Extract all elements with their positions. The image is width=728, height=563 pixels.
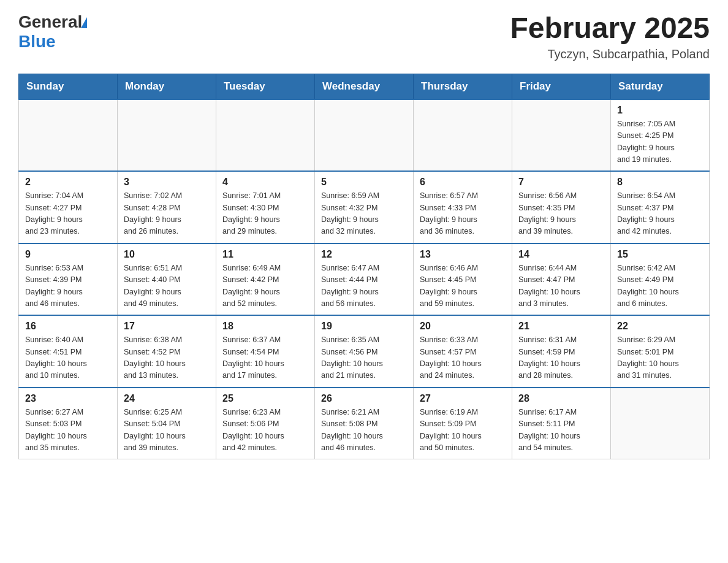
day-info: Sunrise: 7:05 AMSunset: 4:25 PMDaylight:… <box>617 120 675 164</box>
day-info: Sunrise: 6:17 AMSunset: 5:11 PMDaylight:… <box>518 408 580 452</box>
weekday-header-thursday: Thursday <box>414 74 512 99</box>
day-number: 24 <box>124 393 210 404</box>
day-info: Sunrise: 6:47 AMSunset: 4:44 PMDaylight:… <box>321 264 379 308</box>
day-number: 10 <box>124 249 210 260</box>
calendar-title: February 2025 <box>510 12 710 45</box>
calendar-cell <box>216 99 315 172</box>
day-number: 12 <box>321 249 407 260</box>
calendar-cell: 27Sunrise: 6:19 AMSunset: 5:09 PMDayligh… <box>414 388 512 459</box>
weekday-header-wednesday: Wednesday <box>315 74 414 99</box>
calendar-cell: 2Sunrise: 7:04 AMSunset: 4:27 PMDaylight… <box>19 171 118 243</box>
day-info: Sunrise: 7:01 AMSunset: 4:30 PMDaylight:… <box>222 191 281 236</box>
calendar-cell: 23Sunrise: 6:27 AMSunset: 5:03 PMDayligh… <box>19 388 118 459</box>
calendar-cell: 10Sunrise: 6:51 AMSunset: 4:40 PMDayligh… <box>118 243 216 316</box>
calendar-cell: 24Sunrise: 6:25 AMSunset: 5:04 PMDayligh… <box>118 388 216 459</box>
calendar-cell: 4Sunrise: 7:01 AMSunset: 4:30 PMDaylight… <box>216 171 315 243</box>
title-area: February 2025 Tyczyn, Subcarpathia, Pola… <box>510 12 710 61</box>
weekday-header-friday: Friday <box>512 74 611 99</box>
day-info: Sunrise: 6:21 AMSunset: 5:08 PMDaylight:… <box>321 408 383 452</box>
page-header: General Blue February 2025 Tyczyn, Subca… <box>18 12 710 61</box>
day-number: 17 <box>124 321 210 332</box>
calendar-cell: 16Sunrise: 6:40 AMSunset: 4:51 PMDayligh… <box>19 315 118 388</box>
calendar-cell: 15Sunrise: 6:42 AMSunset: 4:49 PMDayligh… <box>611 243 710 316</box>
day-number: 25 <box>222 393 308 404</box>
weekday-header-monday: Monday <box>118 74 216 99</box>
day-number: 2 <box>25 177 111 188</box>
day-info: Sunrise: 6:38 AMSunset: 4:52 PMDaylight:… <box>124 335 186 380</box>
day-number: 20 <box>420 321 506 332</box>
day-info: Sunrise: 6:57 AMSunset: 4:33 PMDaylight:… <box>420 191 478 236</box>
day-info: Sunrise: 6:27 AMSunset: 5:03 PMDaylight:… <box>25 408 87 452</box>
calendar-cell: 20Sunrise: 6:33 AMSunset: 4:57 PMDayligh… <box>414 315 512 388</box>
day-number: 18 <box>222 321 308 332</box>
day-number: 21 <box>518 321 604 332</box>
day-number: 1 <box>617 105 703 116</box>
calendar-cell: 19Sunrise: 6:35 AMSunset: 4:56 PMDayligh… <box>315 315 414 388</box>
day-info: Sunrise: 6:44 AMSunset: 4:47 PMDaylight:… <box>518 264 580 308</box>
day-info: Sunrise: 6:23 AMSunset: 5:06 PMDaylight:… <box>222 408 284 452</box>
calendar-cell <box>315 99 414 172</box>
calendar-cell: 7Sunrise: 6:56 AMSunset: 4:35 PMDaylight… <box>512 171 611 243</box>
day-info: Sunrise: 6:53 AMSunset: 4:39 PMDaylight:… <box>25 264 83 308</box>
day-number: 28 <box>518 393 604 404</box>
day-number: 15 <box>617 249 703 260</box>
day-number: 5 <box>321 177 407 188</box>
day-info: Sunrise: 6:25 AMSunset: 5:04 PMDaylight:… <box>124 408 186 452</box>
calendar-cell: 14Sunrise: 6:44 AMSunset: 4:47 PMDayligh… <box>512 243 611 316</box>
calendar-cell <box>19 99 118 172</box>
day-info: Sunrise: 6:56 AMSunset: 4:35 PMDaylight:… <box>518 191 577 236</box>
weekday-header-row: SundayMondayTuesdayWednesdayThursdayFrid… <box>19 74 710 99</box>
day-info: Sunrise: 6:54 AMSunset: 4:37 PMDaylight:… <box>617 191 675 236</box>
calendar-cell: 9Sunrise: 6:53 AMSunset: 4:39 PMDaylight… <box>19 243 118 316</box>
calendar-cell: 5Sunrise: 6:59 AMSunset: 4:32 PMDaylight… <box>315 171 414 243</box>
day-number: 7 <box>518 177 604 188</box>
calendar-cell <box>118 99 216 172</box>
calendar-cell: 12Sunrise: 6:47 AMSunset: 4:44 PMDayligh… <box>315 243 414 316</box>
calendar-cell: 21Sunrise: 6:31 AMSunset: 4:59 PMDayligh… <box>512 315 611 388</box>
logo-general-text: General <box>18 12 82 32</box>
day-info: Sunrise: 6:59 AMSunset: 4:32 PMDaylight:… <box>321 191 379 236</box>
day-number: 13 <box>420 249 506 260</box>
day-number: 14 <box>518 249 604 260</box>
day-info: Sunrise: 6:40 AMSunset: 4:51 PMDaylight:… <box>25 335 87 380</box>
day-info: Sunrise: 6:31 AMSunset: 4:59 PMDaylight:… <box>518 335 580 380</box>
day-number: 19 <box>321 321 407 332</box>
day-number: 6 <box>420 177 506 188</box>
calendar-cell: 8Sunrise: 6:54 AMSunset: 4:37 PMDaylight… <box>611 171 710 243</box>
calendar-week-row: 23Sunrise: 6:27 AMSunset: 5:03 PMDayligh… <box>19 388 710 459</box>
day-number: 8 <box>617 177 703 188</box>
day-number: 9 <box>25 249 111 260</box>
calendar-cell: 3Sunrise: 7:02 AMSunset: 4:28 PMDaylight… <box>118 171 216 243</box>
calendar-cell: 22Sunrise: 6:29 AMSunset: 5:01 PMDayligh… <box>611 315 710 388</box>
calendar-cell <box>512 99 611 172</box>
calendar-cell: 11Sunrise: 6:49 AMSunset: 4:42 PMDayligh… <box>216 243 315 316</box>
calendar-cell <box>414 99 512 172</box>
calendar-cell: 26Sunrise: 6:21 AMSunset: 5:08 PMDayligh… <box>315 388 414 459</box>
day-number: 27 <box>420 393 506 404</box>
weekday-header-sunday: Sunday <box>19 74 118 99</box>
calendar-week-row: 1Sunrise: 7:05 AMSunset: 4:25 PMDaylight… <box>19 99 710 172</box>
calendar-week-row: 16Sunrise: 6:40 AMSunset: 4:51 PMDayligh… <box>19 315 710 388</box>
logo: General Blue <box>18 12 87 52</box>
weekday-header-saturday: Saturday <box>611 74 710 99</box>
day-info: Sunrise: 6:42 AMSunset: 4:49 PMDaylight:… <box>617 264 679 308</box>
day-number: 26 <box>321 393 407 404</box>
calendar-week-row: 2Sunrise: 7:04 AMSunset: 4:27 PMDaylight… <box>19 171 710 243</box>
day-number: 22 <box>617 321 703 332</box>
calendar-cell: 25Sunrise: 6:23 AMSunset: 5:06 PMDayligh… <box>216 388 315 459</box>
day-info: Sunrise: 6:46 AMSunset: 4:45 PMDaylight:… <box>420 264 478 308</box>
day-info: Sunrise: 6:29 AMSunset: 5:01 PMDaylight:… <box>617 335 679 380</box>
calendar-cell: 28Sunrise: 6:17 AMSunset: 5:11 PMDayligh… <box>512 388 611 459</box>
day-info: Sunrise: 7:04 AMSunset: 4:27 PMDaylight:… <box>25 191 83 236</box>
day-info: Sunrise: 6:49 AMSunset: 4:42 PMDaylight:… <box>222 264 281 308</box>
calendar-cell <box>611 388 710 459</box>
day-info: Sunrise: 6:19 AMSunset: 5:09 PMDaylight:… <box>420 408 482 452</box>
calendar-cell: 1Sunrise: 7:05 AMSunset: 4:25 PMDaylight… <box>611 99 710 172</box>
day-info: Sunrise: 6:33 AMSunset: 4:57 PMDaylight:… <box>420 335 482 380</box>
calendar-week-row: 9Sunrise: 6:53 AMSunset: 4:39 PMDaylight… <box>19 243 710 316</box>
logo-blue-text: Blue <box>18 32 87 52</box>
calendar-cell: 17Sunrise: 6:38 AMSunset: 4:52 PMDayligh… <box>118 315 216 388</box>
day-number: 16 <box>25 321 111 332</box>
logo-triangle-icon <box>81 17 87 28</box>
day-info: Sunrise: 7:02 AMSunset: 4:28 PMDaylight:… <box>124 191 182 236</box>
